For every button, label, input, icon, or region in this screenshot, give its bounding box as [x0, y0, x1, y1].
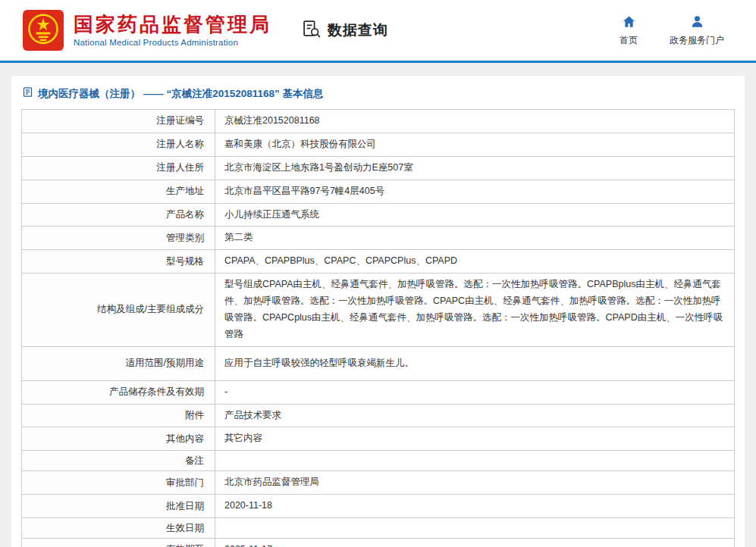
table-row: 型号规格 CPAPA、CPAPBPlus、CPAPC、CPAPCPlus、CPA…	[22, 250, 734, 274]
table-row: 其他内容 其它内容	[22, 427, 734, 451]
table-row: 适用范围/预期用途 应用于自主呼吸较强的轻型呼吸衰竭新生儿。	[22, 347, 734, 381]
table-row: 生效日期	[22, 518, 734, 539]
table-row: 产品储存条件及有效期 -	[22, 381, 734, 405]
row-value: 京械注准20152081168	[215, 110, 734, 133]
row-label: 有效期至	[22, 539, 215, 547]
table-row: 备注	[22, 451, 734, 471]
table-row: 产品名称 小儿持续正压通气系统	[22, 204, 734, 227]
site-title-block: 国家药品监督管理局 National Medical Products Admi…	[74, 14, 271, 47]
site-name: 国家药品监督管理局	[74, 14, 271, 36]
row-label: 生效日期	[22, 518, 215, 538]
site-logo[interactable]: 国家药品监督管理局 National Medical Products Admi…	[23, 10, 271, 51]
row-value: -	[215, 381, 734, 404]
header-divider	[0, 61, 756, 63]
row-label: 注册证编号	[22, 110, 215, 133]
user-icon	[690, 14, 704, 31]
national-emblem-icon	[23, 10, 64, 51]
table-row: 管理类别 第二类	[22, 227, 734, 250]
site-name-en: National Medical Products Administration	[74, 38, 271, 47]
table-row: 审批部门 北京市药品监督管理局	[22, 471, 734, 495]
row-label: 产品名称	[22, 204, 215, 227]
row-value: 应用于自主呼吸较强的轻型呼吸衰竭新生儿。	[215, 347, 734, 380]
row-label: 备注	[22, 451, 215, 470]
table-row: 有效期至 2025-11-17	[22, 539, 734, 547]
row-value: 嘉和美康（北京）科技股份有限公司	[215, 133, 734, 156]
row-value: 北京市海淀区上地东路1号盈创动力E座507室	[215, 157, 734, 180]
row-value: 其它内容	[215, 427, 734, 450]
row-value: 型号组成CPAPA由主机、经鼻通气套件、加热呼吸管路。选配：一次性加热呼吸管路。…	[215, 274, 734, 346]
table-row: 注册证编号 京械注准20152081168	[22, 110, 734, 133]
table-row: 注册人住所 北京市海淀区上地东路1号盈创动力E座507室	[22, 157, 734, 180]
row-label: 审批部门	[22, 471, 215, 494]
table-row: 生产地址 北京市昌平区昌平路97号7幢4层405号	[22, 180, 734, 204]
table-row: 附件 产品技术要求	[22, 405, 734, 428]
document-icon	[22, 86, 33, 101]
row-value: 北京市药品监督管理局	[215, 471, 734, 494]
row-label: 产品储存条件及有效期	[22, 381, 215, 404]
page-title: 境内医疗器械（注册） —— “京械注准20152081168” 基本信息	[38, 87, 324, 101]
nav-home[interactable]: 首页	[620, 14, 638, 47]
row-value	[215, 451, 734, 470]
info-table: 注册证编号 京械注准20152081168 注册人名称 嘉和美康（北京）科技股份…	[21, 109, 735, 547]
row-label: 结构及组成/主要组成成分	[22, 274, 215, 346]
row-label: 注册人名称	[22, 133, 215, 156]
row-label: 型号规格	[22, 250, 215, 273]
nav-portal-label: 政务服务门户	[670, 34, 724, 47]
table-row: 批准日期 2020-11-18	[22, 495, 734, 518]
row-value: 北京市昌平区昌平路97号7幢4层405号	[215, 180, 734, 203]
page-title-row: 境内医疗器械（注册） —— “京械注准20152081168” 基本信息	[21, 82, 735, 109]
data-query-label: 数据查询	[328, 20, 388, 40]
table-row: 注册人名称 嘉和美康（北京）科技股份有限公司	[22, 133, 734, 157]
row-value	[215, 518, 734, 538]
row-label: 注册人住所	[22, 157, 215, 180]
row-value: 2020-11-18	[215, 495, 734, 517]
row-label: 附件	[22, 405, 215, 427]
row-label: 其他内容	[22, 427, 215, 450]
nav-home-label: 首页	[620, 34, 638, 47]
row-value: 2025-11-17	[215, 539, 734, 547]
row-value: 第二类	[215, 227, 734, 249]
row-value: 小儿持续正压通气系统	[215, 204, 734, 227]
nav-portal[interactable]: 政务服务门户	[670, 14, 724, 47]
row-label: 适用范围/预期用途	[22, 347, 215, 380]
row-value: CPAPA、CPAPBPlus、CPAPC、CPAPCPlus、CPAPD	[215, 250, 734, 273]
home-icon	[622, 14, 636, 31]
content-card: 境内医疗器械（注册） —— “京械注准20152081168” 基本信息 注册证…	[11, 76, 745, 547]
data-query-link[interactable]: 数据查询	[302, 19, 388, 42]
row-label: 批准日期	[22, 495, 215, 517]
site-header: 国家药品监督管理局 National Medical Products Admi…	[0, 0, 756, 61]
row-label: 生产地址	[22, 180, 215, 203]
row-label: 管理类别	[22, 227, 215, 249]
top-nav: 首页 政务服务门户	[620, 14, 733, 47]
row-value: 产品技术要求	[215, 405, 734, 427]
document-search-icon	[302, 19, 322, 42]
table-row: 结构及组成/主要组成成分 型号组成CPAPA由主机、经鼻通气套件、加热呼吸管路。…	[22, 274, 734, 347]
